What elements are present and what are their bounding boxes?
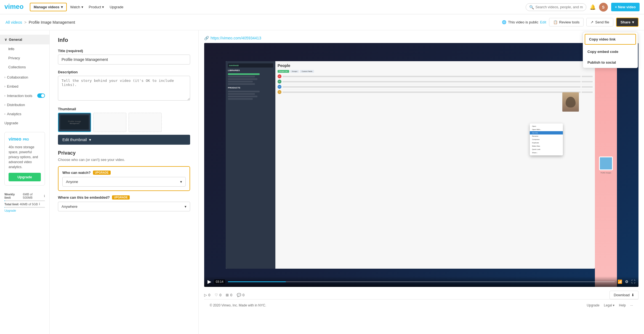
content-area: Info Title (required) Description Thumbn…: [50, 30, 644, 334]
notifications-bell[interactable]: 🔔: [590, 4, 596, 10]
link-icon: 🔗: [204, 36, 209, 40]
nav-product[interactable]: Product ▾: [89, 5, 104, 9]
breadcrumb-actions: 🌐 This video is public Edit 📋 Review too…: [502, 18, 638, 27]
comment-icon: 💬: [237, 293, 241, 297]
search-input[interactable]: [536, 5, 583, 9]
send-file-button[interactable]: ↗ Send file: [586, 18, 613, 26]
privacy-title: Privacy: [58, 150, 190, 156]
download-button[interactable]: Download ⬇: [610, 291, 638, 299]
who-can-watch-select[interactable]: Anyone ▾: [62, 177, 186, 187]
review-icon: 📋: [553, 20, 558, 24]
sidebar-item-collaboration[interactable]: › Collaboration: [0, 73, 49, 82]
video-panel: 🔗 https://vimeo.com/405934413 eventmobi: [199, 30, 644, 334]
chevron-down-icon: ▾: [102, 5, 104, 9]
chevron-right-icon: ›: [4, 76, 5, 79]
review-tools-button[interactable]: 📋 Review tools: [549, 18, 584, 26]
vimeo-logo[interactable]: vimeo: [4, 3, 26, 11]
chevron-right-icon: ›: [4, 85, 5, 88]
total-limit-row: Total limit 46MB of 5GB ℹ: [4, 202, 45, 206]
video-preview[interactable]: eventmobi LIBRARIES PRODUCTS: [204, 43, 638, 287]
weekly-storage-bar: [4, 200, 45, 201]
form-panel: Info Title (required) Description Thumbn…: [50, 30, 199, 334]
user-avatar[interactable]: S: [599, 3, 608, 12]
total-bar-fill: [4, 207, 5, 208]
sidebar-item-collections[interactable]: Collections: [0, 63, 49, 72]
privacy-subtitle: Choose who can (or can't) see your video…: [58, 158, 190, 162]
publish-to-social-item[interactable]: Publish to social: [583, 57, 638, 68]
breadcrumb-separator: >: [24, 20, 26, 25]
download-icon: ⬇: [631, 293, 634, 297]
where-embedded-select[interactable]: Anywhere ▾: [58, 202, 190, 211]
interaction-tools-toggle[interactable]: [37, 93, 45, 98]
nav-watch[interactable]: Watch ▾: [70, 5, 83, 9]
general-group-header[interactable]: ∨ General: [0, 35, 49, 44]
video-placeholder: eventmobi LIBRARIES PRODUCTS: [204, 43, 638, 287]
settings-icon[interactable]: ⚙: [625, 279, 629, 284]
chevron-down-icon: ▾: [180, 180, 182, 184]
embed-upgrade-badge[interactable]: UPGRADE: [112, 195, 130, 200]
views-stat[interactable]: ▷ 0: [204, 293, 210, 297]
chevron-right-icon: ›: [4, 103, 5, 106]
description-group: Description: [58, 70, 190, 101]
thumbnail-active[interactable]: Profile Image Management: [58, 113, 91, 132]
collections-stat[interactable]: ⊞ 0: [226, 293, 232, 297]
title-input[interactable]: [58, 55, 190, 64]
video-url-link[interactable]: 🔗 https://vimeo.com/405934413: [204, 36, 638, 40]
nav-upgrade[interactable]: Upgrade: [110, 5, 123, 9]
video-container: eventmobi LIBRARIES PRODUCTS: [204, 43, 638, 287]
sidebar-item-info[interactable]: Info: [0, 44, 49, 53]
all-videos-link[interactable]: All videos: [6, 20, 22, 25]
vimeo-pro-text: 40x more storage space, powerful privacy…: [9, 145, 41, 169]
who-can-watch-label: Who can watch? UPGRADE: [62, 171, 186, 175]
main-layout: ∨ General Info Privacy Collections › Col…: [0, 30, 644, 334]
progress-fill: [228, 281, 286, 282]
play-button[interactable]: ▶: [207, 279, 211, 285]
sidebar-item-analytics[interactable]: › Analytics: [0, 109, 49, 118]
chevron-down-icon: ▾: [89, 138, 91, 142]
storage-upgrade-link[interactable]: Upgrade: [4, 209, 16, 212]
progress-bar[interactable]: [228, 281, 615, 282]
footer-more-link[interactable]: ···: [630, 303, 633, 307]
footer-upgrade-link[interactable]: Upgrade: [587, 303, 600, 307]
breadcrumb-current-page: Profile Image Management: [29, 20, 75, 25]
new-video-button[interactable]: + New video: [611, 3, 640, 11]
chevron-down-icon: ∨: [4, 37, 7, 42]
thumbnail-slot-3[interactable]: [129, 113, 162, 132]
heart-icon: ♡: [215, 293, 218, 297]
sidebar: ∨ General Info Privacy Collections › Col…: [0, 30, 50, 334]
sidebar-item-upgrade[interactable]: Upgrade: [0, 118, 49, 128]
manage-videos-button[interactable]: Manage videos ▾: [30, 3, 67, 11]
upgrade-badge[interactable]: UPGRADE: [93, 171, 111, 175]
upgrade-pro-button[interactable]: Upgrade: [9, 173, 41, 181]
footer-help-link[interactable]: Help: [619, 303, 626, 307]
edit-visibility-link[interactable]: Edit: [540, 20, 546, 24]
sidebar-item-distribution[interactable]: › Distribution: [0, 100, 49, 109]
privacy-group: Privacy Choose who can (or can't) see yo…: [58, 150, 190, 211]
footer-copyright: © 2020 Vimeo, Inc. Made with in NYC.: [210, 303, 266, 307]
share-button[interactable]: Share ▾ Copy video link Copy embed code …: [616, 18, 638, 27]
edit-thumbnail-button[interactable]: Edit thumbnail ▾: [58, 135, 190, 145]
sidebar-item-embed[interactable]: › Embed: [0, 82, 49, 91]
who-can-watch-box: Who can watch? UPGRADE Anyone ▾: [58, 166, 190, 191]
fullscreen-icon[interactable]: ⛶: [631, 279, 635, 284]
vimeo-pro-box: vimeo PRO 40x more storage space, powerf…: [4, 132, 45, 185]
info-icon: ℹ: [39, 202, 40, 206]
search-box[interactable]: 🔍: [526, 3, 586, 11]
comments-stat[interactable]: 💬 0: [237, 293, 244, 297]
footer-legal-link[interactable]: Legal ▾: [604, 303, 615, 307]
volume-icon[interactable]: 📶: [618, 279, 622, 284]
weekly-limit-row: Weekly limit 6MB of 500MB ℹ: [4, 193, 45, 199]
title-group: Title (required): [58, 49, 190, 64]
sidebar-item-privacy[interactable]: Privacy: [0, 53, 49, 63]
likes-stat[interactable]: ♡ 0: [215, 293, 221, 297]
embed-label: Where can this be embedded? UPGRADE: [58, 195, 190, 200]
storage-info: Weekly limit 6MB of 500MB ℹ Total limit …: [0, 190, 49, 215]
thumbnail-slot-2[interactable]: [93, 113, 126, 132]
sidebar-item-interaction-tools[interactable]: › Interaction tools: [0, 91, 49, 100]
footer: © 2020 Vimeo, Inc. Made with in NYC. Upg…: [204, 299, 638, 311]
layers-icon: ⊞: [226, 293, 229, 297]
description-textarea[interactable]: [58, 76, 190, 101]
copy-embed-code-item[interactable]: Copy embed code: [583, 46, 638, 57]
thumbnail-label: Thumbnail: [58, 107, 190, 111]
copy-video-link-item[interactable]: Copy video link: [585, 34, 636, 45]
